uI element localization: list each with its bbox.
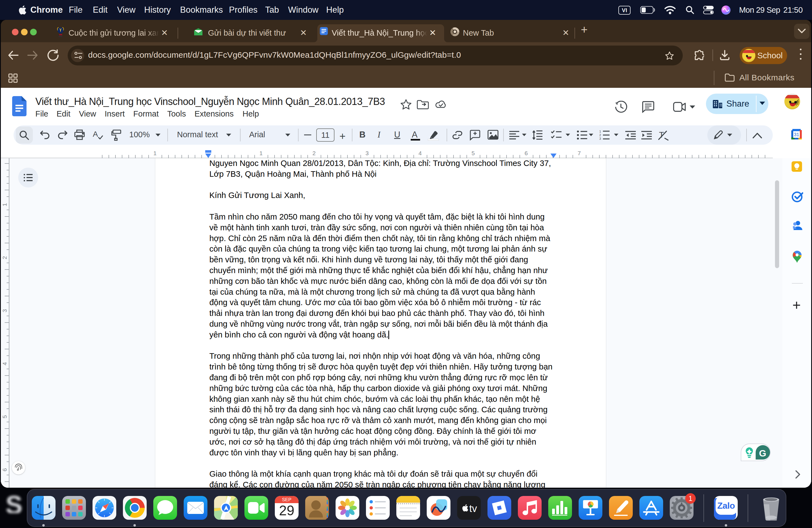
- svg-text:3: 3: [599, 137, 601, 140]
- svg-text:school: school: [59, 36, 62, 37]
- svg-text:A: A: [93, 130, 98, 138]
- svg-text:2: 2: [599, 133, 601, 137]
- svg-text:31: 31: [794, 132, 799, 137]
- svg-text:1: 1: [599, 130, 601, 133]
- svg-text:VIN: VIN: [59, 34, 62, 35]
